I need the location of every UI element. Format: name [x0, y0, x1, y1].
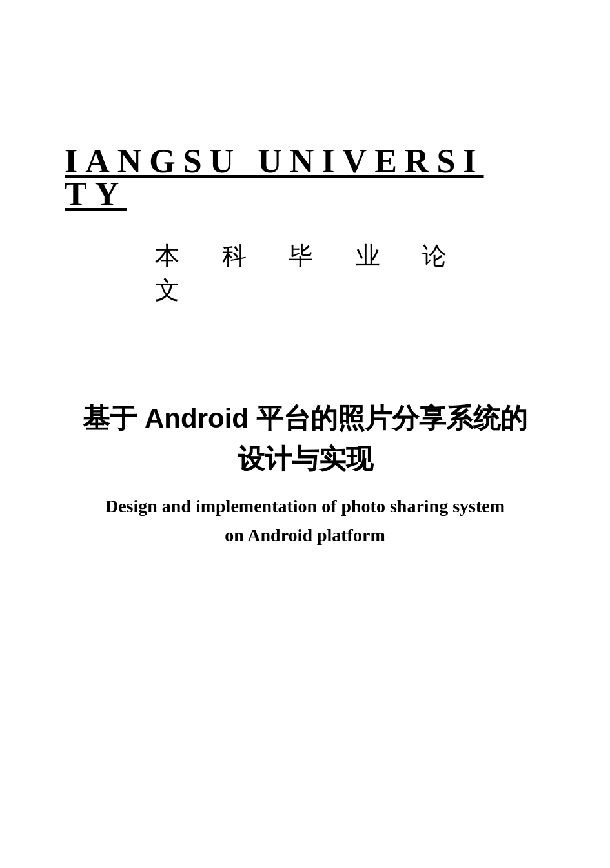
document-page: IANGSU UNIVERSI TY 本 科 毕 业 论 文 基于 Androi…	[0, 0, 610, 868]
title-zh: 基于 Android 平台的照片分享系统的 设计与实现	[44, 398, 565, 479]
university-title-block: IANGSU UNIVERSI TY	[0, 142, 610, 213]
university-name-line2: TY	[65, 175, 127, 213]
title-en-line2: on Android platform	[173, 521, 436, 550]
title-zh-line2: 设计与实现	[83, 439, 527, 479]
title-en-line1: Design and implementation of photo shari…	[54, 492, 556, 521]
title-zh-line1: 基于 Android 平台的照片分享系统的	[83, 398, 527, 439]
content-area: IANGSU UNIVERSI TY 本 科 毕 业 论 文 基于 Androi…	[0, 0, 610, 576]
thesis-type-line1: 本 科 毕 业 论	[155, 239, 465, 273]
thesis-type-block: 本 科 毕 业 论 文	[0, 239, 610, 307]
university-name-line1: IANGSU UNIVERSI	[65, 142, 484, 180]
thesis-type-line2: 文	[155, 273, 198, 307]
